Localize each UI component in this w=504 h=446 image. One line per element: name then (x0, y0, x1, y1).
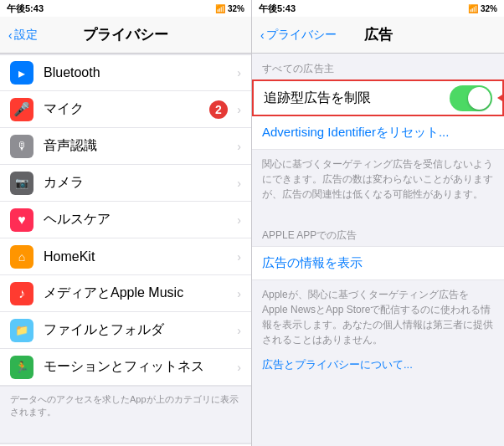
left-status-icons: 📶 32% (215, 4, 244, 13)
battery-icon: 32% (228, 4, 244, 13)
music-icon-wrap: ♪ (10, 282, 33, 305)
files-label: ファイルとフォルダ (44, 321, 237, 339)
right-time: 午後5:43 (259, 3, 296, 15)
mic-icon: 🎤 (13, 101, 30, 117)
homekit-label: HomeKit (44, 249, 237, 264)
ad-toggle-row[interactable]: 追跡型広告を制限 (252, 79, 504, 116)
right-back-label: プライバシー (266, 28, 337, 43)
ad-description-2: Appleが、関心に基づくターゲティング広告をApple NewsとApp St… (252, 280, 504, 354)
speech-icon-wrap: 🎙 (10, 135, 33, 158)
music-chevron: › (237, 287, 241, 300)
motion-icon-wrap: 🏃 (10, 356, 33, 379)
right-panel: 午後5:43 📶 32% ‹ プライバシー 広告 すべての広告主 追跡型広告を制… (252, 0, 504, 446)
menu-group-1: ▸ Bluetooth › 🎤 マイク 2 › 🎙 音声認識 › (0, 54, 251, 387)
camera-icon-wrap: 📷 (10, 172, 33, 195)
homekit-chevron: › (237, 250, 241, 264)
motion-label: モーションとフィットネス (44, 358, 237, 376)
menu-item-bluetooth[interactable]: ▸ Bluetooth › (0, 54, 251, 91)
toggle-knob (468, 87, 491, 110)
mic-chevron: › (237, 103, 241, 116)
right-section-header-1: すべての広告主 (252, 54, 504, 79)
mic-icon-wrap: 🎤 (10, 98, 33, 121)
speech-icon: 🎙 (17, 140, 28, 152)
health-icon-wrap: ♥ (10, 208, 33, 232)
advertising-identifier-reset-link[interactable]: Advertising Identifierをリセット... (252, 116, 504, 150)
motion-icon: 🏃 (15, 361, 28, 373)
speech-label: 音声認識 (44, 137, 237, 155)
back-chevron-icon: ‹ (8, 28, 13, 42)
camera-icon: 📷 (15, 177, 28, 189)
right-battery-icon: 32% (481, 4, 497, 13)
ad-description-1: 関心に基づくターゲティング広告を受信しないようにできます。広告の数は変わらないこ… (252, 150, 504, 208)
music-label: メディアとApple Music (44, 285, 237, 302)
left-time: 午後5:43 (7, 3, 44, 15)
music-icon: ♪ (18, 286, 25, 301)
menu-item-files[interactable]: 📁 ファイルとフォルダ › (0, 312, 251, 349)
bluetooth-label: Bluetooth (44, 65, 237, 80)
left-menu-list: ▸ Bluetooth › 🎤 マイク 2 › 🎙 音声認識 › (0, 54, 251, 446)
homekit-icon: ⌂ (18, 250, 25, 264)
files-chevron: › (237, 324, 241, 337)
bluetooth-icon-wrap: ▸ (10, 61, 33, 85)
right-status-icons: 📶 32% (468, 4, 497, 13)
bluetooth-icon: ▸ (18, 65, 25, 81)
camera-chevron: › (237, 177, 241, 190)
right-section-header-2: APPLE APPでの広告 (252, 225, 504, 246)
back-label: 設定 (14, 28, 38, 43)
camera-label: カメラ (44, 174, 237, 192)
section-divider (252, 208, 504, 225)
speech-chevron: › (237, 140, 241, 153)
menu-item-music[interactable]: ♪ メディアとApple Music › (0, 275, 251, 312)
menu-item-health[interactable]: ♥ ヘルスケア › (0, 202, 251, 238)
menu-group-2: 解析 › 広告 1 › (0, 443, 251, 446)
menu-item-camera[interactable]: 📷 カメラ › (0, 165, 251, 202)
menu-item-motion[interactable]: 🏃 モーションとフィットネス › (0, 349, 251, 386)
right-content: すべての広告主 追跡型広告を制限 Advertising Identifierを… (252, 54, 504, 446)
left-status-bar: 午後5:43 📶 32% (0, 0, 251, 17)
files-icon: 📁 (15, 324, 28, 336)
ad-toggle-label: 追跡型広告を制限 (264, 90, 450, 107)
menu-item-homekit[interactable]: ⌂ HomeKit › (0, 238, 251, 275)
footer-note: データへのアクセスを求したAppが上のカテゴリに表示されます。 (0, 387, 251, 426)
badge-2: 2 (209, 100, 228, 119)
limit-ad-tracking-toggle[interactable] (450, 85, 492, 111)
ad-info-display-link[interactable]: 広告の情報を表示 (252, 246, 504, 280)
toggle-arrow-annotation (497, 91, 504, 105)
right-back-chevron-icon: ‹ (260, 28, 265, 42)
left-nav-title: プライバシー (83, 25, 168, 44)
menu-item-mic[interactable]: 🎤 マイク 2 › (0, 91, 251, 128)
health-icon: ♥ (18, 213, 26, 228)
right-nav-bar: ‹ プライバシー 広告 (252, 17, 504, 54)
right-signal-icon: 📶 (468, 4, 478, 13)
left-panel: 午後5:43 📶 32% ‹ 設定 プライバシー ▸ Bluetooth › (0, 0, 252, 446)
ad-privacy-link[interactable]: 広告とプライバシーについて... (252, 354, 504, 381)
homekit-icon-wrap: ⌂ (10, 245, 33, 269)
right-nav-title: 広告 (364, 25, 393, 44)
right-back-button[interactable]: ‹ プライバシー (260, 28, 337, 43)
bluetooth-chevron: › (237, 66, 241, 79)
mic-label: マイク (44, 100, 217, 118)
left-nav-bar: ‹ 設定 プライバシー (0, 17, 251, 54)
files-icon-wrap: 📁 (10, 319, 33, 342)
right-status-bar: 午後5:43 📶 32% (252, 0, 504, 17)
left-back-button[interactable]: ‹ 設定 (8, 28, 38, 43)
health-label: ヘルスケア (44, 211, 237, 228)
motion-chevron: › (237, 361, 241, 374)
health-chevron: › (237, 213, 241, 227)
signal-icon: 📶 (215, 4, 225, 13)
separator-1 (0, 426, 251, 443)
menu-item-speech[interactable]: 🎙 音声認識 › (0, 128, 251, 165)
